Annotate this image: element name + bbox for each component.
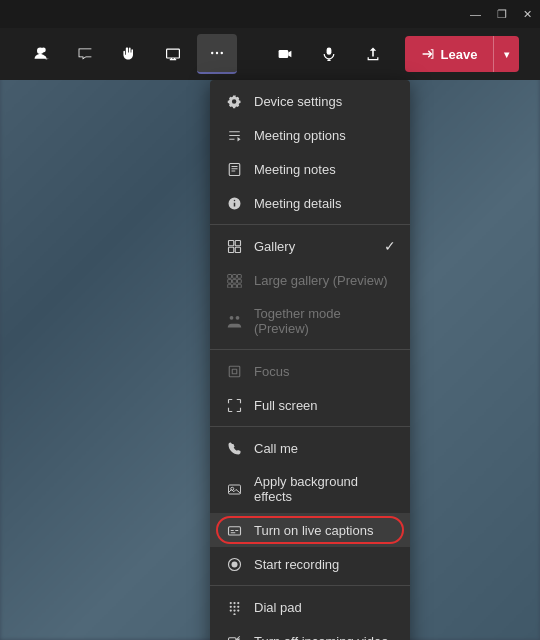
fullscreen-icon: [226, 397, 242, 413]
svg-rect-4: [278, 50, 288, 58]
svg-rect-15: [232, 279, 236, 283]
svg-point-1: [211, 52, 213, 54]
svg-rect-23: [232, 369, 237, 374]
svg-point-34: [237, 605, 239, 607]
gallery-icon: [226, 238, 242, 254]
full-screen-label: Full screen: [254, 398, 318, 413]
meeting-details-label: Meeting details: [254, 196, 341, 211]
dial-pad-label: Dial pad: [254, 600, 302, 615]
divider-1: [210, 224, 410, 225]
captions-icon: [226, 522, 242, 538]
divider-2: [210, 349, 410, 350]
menu-item-together-mode: Together mode (Preview): [210, 297, 410, 345]
background-effects-label: Apply background effects: [254, 474, 394, 504]
record-icon: [226, 556, 242, 572]
divider-3: [210, 426, 410, 427]
more-button[interactable]: [197, 34, 237, 74]
svg-rect-18: [232, 284, 236, 288]
video-off-icon: [226, 633, 242, 640]
divider-4: [210, 585, 410, 586]
maximize-button[interactable]: ❐: [497, 8, 507, 21]
device-settings-label: Device settings: [254, 94, 342, 109]
svg-point-20: [229, 315, 233, 319]
chat-button[interactable]: [65, 34, 105, 74]
live-captions-label: Turn on live captions: [254, 523, 373, 538]
svg-point-30: [233, 601, 235, 603]
svg-rect-10: [235, 247, 240, 252]
turn-off-video-label: Turn off incoming video: [254, 634, 388, 641]
gear-icon: [226, 93, 242, 109]
svg-rect-17: [227, 284, 231, 288]
close-button[interactable]: ✕: [523, 8, 532, 21]
menu-item-start-recording[interactable]: Start recording: [210, 547, 410, 581]
svg-point-35: [229, 609, 231, 611]
together-icon: [226, 313, 242, 329]
dialpad-icon: [226, 599, 242, 615]
svg-point-37: [237, 609, 239, 611]
svg-point-36: [233, 609, 235, 611]
focus-label: Focus: [254, 364, 289, 379]
svg-rect-8: [235, 240, 240, 245]
leave-main[interactable]: Leave: [405, 47, 494, 62]
large-gallery-icon: [226, 272, 242, 288]
svg-point-21: [235, 315, 239, 319]
svg-point-33: [233, 605, 235, 607]
menu-item-meeting-details[interactable]: Meeting details: [210, 186, 410, 220]
gallery-checkmark: ✓: [384, 238, 396, 254]
menu-item-large-gallery: Large gallery (Preview): [210, 263, 410, 297]
svg-point-29: [229, 601, 231, 603]
svg-rect-13: [237, 274, 241, 278]
more-menu: Device settings Meeting options Meeting …: [210, 80, 410, 640]
svg-point-32: [229, 605, 231, 607]
focus-icon: [226, 363, 242, 379]
minimize-button[interactable]: —: [470, 8, 481, 20]
start-recording-label: Start recording: [254, 557, 339, 572]
share-content-button[interactable]: [353, 34, 393, 74]
meeting-notes-label: Meeting notes: [254, 162, 336, 177]
menu-item-call-me[interactable]: Call me: [210, 431, 410, 465]
svg-rect-6: [229, 163, 240, 175]
svg-rect-14: [227, 279, 231, 283]
menu-item-dial-pad[interactable]: Dial pad: [210, 590, 410, 624]
menu-item-full-screen[interactable]: Full screen: [210, 388, 410, 422]
call-me-label: Call me: [254, 441, 298, 456]
menu-item-background-effects[interactable]: Apply background effects: [210, 465, 410, 513]
call-icon: [226, 440, 242, 456]
leave-button[interactable]: Leave ▾: [405, 36, 520, 72]
svg-point-38: [233, 613, 235, 615]
menu-item-turn-off-video[interactable]: Turn off incoming video: [210, 624, 410, 640]
menu-item-meeting-notes[interactable]: Meeting notes: [210, 152, 410, 186]
svg-rect-7: [228, 240, 233, 245]
menu-item-gallery[interactable]: Gallery ✓: [210, 229, 410, 263]
svg-rect-0: [166, 49, 179, 58]
svg-rect-16: [237, 279, 241, 283]
background-icon: [226, 481, 242, 497]
svg-rect-19: [237, 284, 241, 288]
svg-rect-9: [228, 247, 233, 252]
svg-point-31: [237, 601, 239, 603]
svg-point-28: [231, 561, 237, 567]
menu-item-device-settings[interactable]: Device settings: [210, 84, 410, 118]
raise-hand-button[interactable]: [109, 34, 149, 74]
menu-item-meeting-options[interactable]: Meeting options: [210, 118, 410, 152]
svg-rect-11: [227, 274, 231, 278]
leave-chevron[interactable]: ▾: [493, 36, 519, 72]
meeting-options-icon: [226, 127, 242, 143]
info-icon: [226, 195, 242, 211]
toolbar: Leave ▾: [0, 28, 540, 80]
menu-item-focus: Focus: [210, 354, 410, 388]
titlebar: — ❐ ✕: [0, 0, 540, 28]
video-button[interactable]: [265, 34, 305, 74]
svg-rect-12: [232, 274, 236, 278]
notes-icon: [226, 161, 242, 177]
svg-rect-22: [229, 366, 240, 377]
svg-rect-26: [228, 526, 240, 534]
mic-button[interactable]: [309, 34, 349, 74]
leave-label: Leave: [441, 47, 478, 62]
people-button[interactable]: [21, 34, 61, 74]
meeting-options-label: Meeting options: [254, 128, 346, 143]
share-screen-button[interactable]: [153, 34, 193, 74]
menu-item-live-captions[interactable]: Turn on live captions: [210, 513, 410, 547]
together-mode-label: Together mode (Preview): [254, 306, 394, 336]
svg-point-3: [220, 52, 222, 54]
